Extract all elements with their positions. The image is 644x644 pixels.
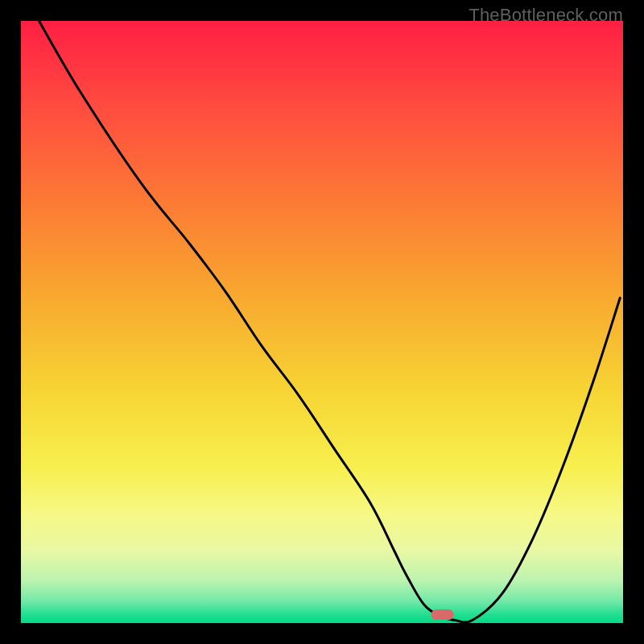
optimum-marker	[431, 609, 454, 620]
chart-svg	[21, 21, 623, 623]
gradient-background	[21, 21, 623, 623]
bottleneck-chart	[21, 21, 623, 623]
